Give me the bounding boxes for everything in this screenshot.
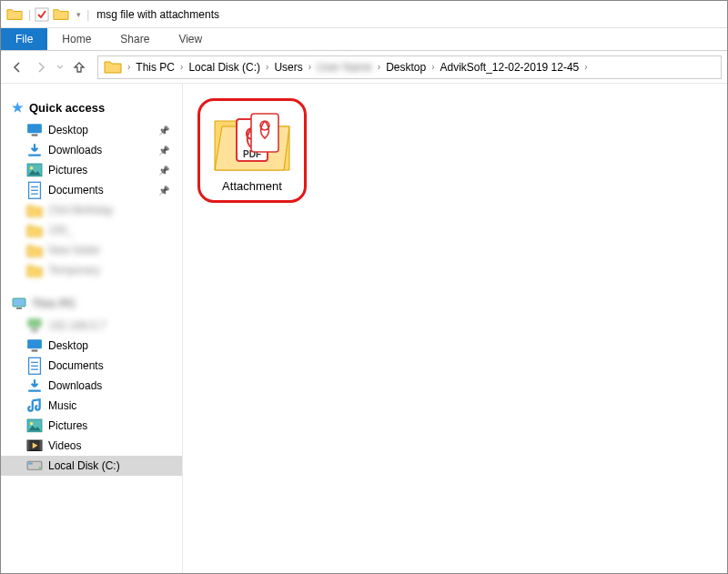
svg-point-5 (30, 166, 33, 169)
svg-point-28 (39, 467, 41, 468)
sidebar-item-downloads[interactable]: Downloads📌 (1, 140, 182, 160)
sidebar-item-downloads[interactable]: Downloads (1, 376, 182, 396)
svg-rect-12 (28, 319, 41, 327)
pin-icon: 📌 (158, 146, 169, 156)
sidebar-item-label: Desktop (48, 124, 158, 136)
content-area[interactable]: PDF Attachment (183, 84, 727, 573)
sidebar-section-quickaccess[interactable]: ★ Quick access (1, 96, 182, 120)
sidebar-item-temporary[interactable]: Temporary (1, 260, 182, 280)
forward-button[interactable] (30, 56, 52, 78)
breadcrumb[interactable]: AdvikSoft_12-02-2019 12-45› (437, 61, 590, 74)
checkmark-icon (35, 7, 49, 22)
sidebar-item-23rd-birthday[interactable]: 23rd Birthday (1, 200, 182, 220)
documents-icon (26, 183, 43, 197)
sidebar-item-label: Pictures (48, 164, 158, 176)
folder-icon (6, 7, 23, 22)
folder-icon (26, 243, 43, 257)
sidebar-item-pictures[interactable]: Pictures (1, 416, 182, 436)
sidebar-item-desktop[interactable]: Desktop (1, 336, 182, 356)
sidebar-item-192-168-0-7[interactable]: 192.168.0.7 (1, 316, 182, 336)
sidebar-item-label: 23rd Birthday (48, 204, 175, 217)
sidebar-item-videos[interactable]: Videos (1, 436, 182, 456)
sidebar-item-label: 192.168.0.7 (48, 319, 175, 332)
sidebar-item-label: Downloads (48, 379, 175, 392)
sidebar-item-label: 100_ (48, 224, 175, 237)
sidebar-item-music[interactable]: Music (1, 396, 182, 416)
sidebar-item-desktop[interactable]: Desktop📌 (1, 120, 182, 140)
navigation-bar: › This PC› Local Disk (C:)› Users› User … (1, 51, 727, 84)
pc-icon (12, 297, 26, 310)
chevron-right-icon: › (178, 62, 185, 72)
back-button[interactable] (6, 56, 28, 78)
pin-icon: 📌 (158, 186, 169, 196)
navigation-pane: ★ Quick access Desktop📌Downloads📌Picture… (1, 84, 183, 573)
svg-rect-11 (16, 307, 22, 309)
breadcrumb[interactable]: User Name› (313, 61, 382, 74)
folder-icon (26, 203, 43, 217)
sidebar-item-label: Music (48, 399, 175, 412)
recent-dropdown[interactable] (54, 56, 66, 78)
folder-pdf-icon: PDF (211, 108, 293, 174)
chevron-right-icon: › (376, 62, 382, 72)
breadcrumb[interactable]: Local Disk (C:)› (185, 61, 270, 74)
window-titlebar: | ▾ | msg file with attachments (1, 1, 727, 28)
sidebar-item-new-folder[interactable]: New folder (1, 240, 182, 260)
tab-view[interactable]: View (164, 28, 217, 50)
breadcrumb[interactable]: This PC› (132, 61, 185, 74)
address-bar[interactable]: › This PC› Local Disk (C:)› Users› User … (97, 55, 722, 79)
folder-icon (53, 7, 69, 22)
breadcrumb[interactable]: Users› (270, 61, 313, 74)
folder-item-attachment[interactable]: PDF Attachment (197, 98, 307, 203)
sidebar-item-label: New folder (48, 244, 175, 257)
svg-rect-27 (28, 463, 33, 465)
dropdown-icon[interactable]: ▾ (76, 10, 81, 19)
svg-rect-13 (32, 328, 38, 331)
sidebar-item-pictures[interactable]: Pictures📌 (1, 160, 182, 180)
svg-rect-31 (251, 114, 278, 152)
svg-rect-3 (28, 155, 41, 156)
separator: | (86, 8, 89, 21)
tab-share[interactable]: Share (106, 28, 164, 50)
monitor-icon (26, 123, 43, 137)
up-button[interactable] (68, 56, 90, 78)
sidebar-item-label: Documents (48, 359, 175, 372)
sidebar-item-documents[interactable]: Documents📌 (1, 180, 182, 200)
svg-rect-2 (32, 135, 38, 136)
separator: | (28, 8, 31, 21)
sidebar-item-documents[interactable]: Documents (1, 356, 182, 376)
sidebar-item-local-disk-c-[interactable]: Local Disk (C:) (1, 456, 182, 476)
pictures-icon (26, 418, 43, 433)
breadcrumb[interactable]: Desktop› (382, 61, 436, 74)
sidebar-section-thispc[interactable]: This PC (1, 293, 182, 316)
sidebar-item-label: Pictures (48, 419, 175, 432)
pictures-icon (26, 163, 43, 177)
sidebar-item-label: Desktop (48, 339, 175, 352)
videos-icon (26, 438, 43, 453)
svg-rect-14 (27, 339, 42, 348)
chevron-right-icon: › (582, 62, 589, 72)
svg-rect-20 (28, 390, 41, 392)
svg-rect-1 (27, 124, 42, 133)
download-icon (26, 378, 43, 393)
svg-rect-10 (13, 298, 25, 307)
chevron-right-icon: › (264, 62, 270, 72)
network-icon (26, 318, 43, 333)
svg-point-22 (30, 422, 33, 425)
chevron-right-icon: › (307, 62, 313, 72)
star-icon: ★ (12, 100, 24, 115)
folder-icon (26, 223, 43, 237)
tab-home[interactable]: Home (47, 28, 106, 50)
sidebar-item-label: Temporary (48, 264, 175, 277)
ribbon-tabs: File Home Share View (1, 28, 727, 51)
svg-rect-24 (27, 440, 29, 450)
download-icon (26, 143, 43, 157)
folder-icon (26, 263, 43, 277)
window-title: msg file with attachments (96, 8, 219, 21)
chevron-right-icon: › (430, 62, 436, 72)
sidebar-item-label: Local Disk (C:) (48, 459, 175, 472)
folder-label: Attachment (222, 179, 282, 193)
file-tab[interactable]: File (1, 28, 47, 50)
sidebar-item-100-[interactable]: 100_ (1, 220, 182, 240)
chevron-right-icon[interactable]: › (126, 62, 132, 72)
monitor-icon (26, 338, 43, 353)
